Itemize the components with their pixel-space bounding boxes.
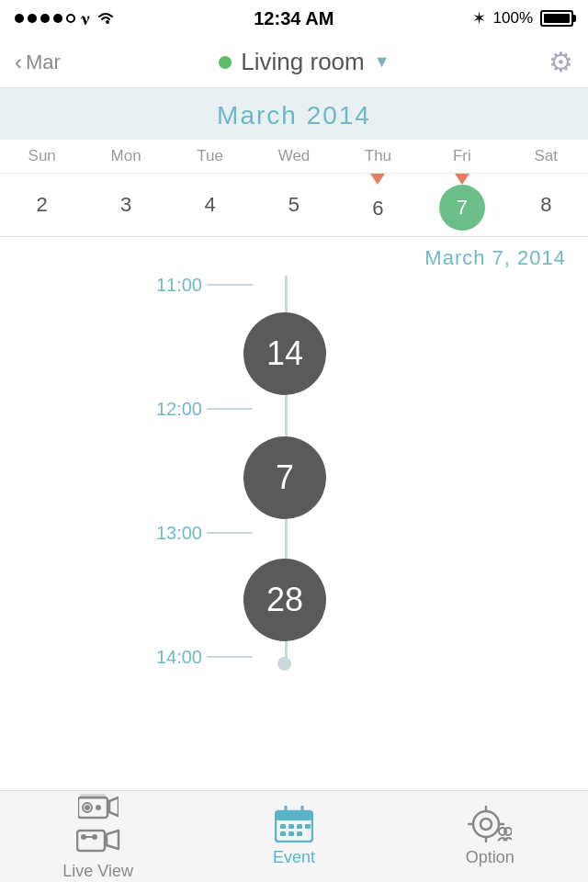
svg-rect-12 [276,811,312,820]
battery-area: ✶ 100% [472,8,573,28]
svg-marker-3 [109,797,119,816]
room-name: Living room [241,48,364,76]
svg-point-23 [481,819,492,830]
time-label-13: 13:00 [18,523,202,544]
tab-live-view-label: Live View [62,862,133,881]
timeline-end-dot [277,657,291,671]
day-3[interactable]: 3 [84,174,167,236]
svg-rect-16 [288,824,294,829]
dot-4 [53,14,62,23]
time-label-11: 11:00 [18,275,202,296]
battery-fill [544,14,570,23]
time-label-12: 12:00 [18,399,202,420]
event-circle-14[interactable]: 14 [243,312,326,395]
tab-bar: Live View Event [0,790,588,882]
wifi-icon-svg [96,11,116,26]
option-icon [468,806,512,842]
signal-dots [15,14,75,23]
time-tick-11 [207,284,253,286]
day-header-sat: Sat [504,140,588,173]
signal-area: 𝛎 [15,8,116,29]
calendar-header: March 2014 [0,88,588,140]
time-label-14: 14:00 [18,647,202,668]
svg-point-22 [473,811,499,837]
day-6[interactable]: 6 [336,174,420,236]
svg-rect-19 [280,831,286,836]
svg-rect-15 [280,824,286,829]
svg-marker-10 [107,831,119,849]
tab-event-label: Event [273,848,315,867]
status-bar: 𝛎 12:34 AM ✶ 100% [0,0,588,37]
svg-rect-17 [297,824,302,829]
time-tick-14 [207,656,253,658]
camera-icon [78,792,119,821]
day-4[interactable]: 4 [168,174,252,236]
tab-option[interactable]: Option [392,797,588,876]
day-7[interactable]: 7 [420,174,503,236]
tab-event[interactable]: Event [196,797,391,876]
day-header-mon: Mon [84,140,167,173]
dot-2 [28,14,37,23]
day-8[interactable]: 8 [504,174,588,236]
tab-option-label: Option [466,848,514,867]
back-button[interactable]: ‹ Mar [15,50,61,75]
nav-center: Living room ▼ [219,48,390,76]
dot-1 [15,14,24,23]
settings-icon[interactable]: ⚙ [548,46,573,78]
timeline-section: March 7, 2014 11:00 14 12:00 7 13:00 [0,237,588,733]
day-headers-row: Sun Mon Tue Wed Thu Fri Sat [0,140,588,174]
svg-point-1 [85,805,90,810]
event-count-28: 28 [266,581,303,619]
dropdown-icon[interactable]: ▼ [374,52,390,72]
back-arrow-icon: ‹ [15,50,22,75]
day-header-tue: Tue [168,140,252,173]
svg-rect-21 [297,831,302,836]
day-header-sun: Sun [0,140,84,173]
event-count-7: 7 [276,458,294,497]
svg-rect-20 [288,831,294,836]
time-tick-13 [207,532,253,534]
dot-5 [66,14,75,23]
day-header-thu: Thu [336,140,420,173]
timeline-date-label: March 7, 2014 [0,237,588,276]
month-year-label: March 2014 [0,101,588,130]
day-header-fri: Fri [420,140,503,173]
event-circle-28[interactable]: 28 [243,559,326,641]
svg-rect-6 [77,831,105,851]
tab-live-view[interactable]: Live View [0,783,196,882]
battery-percent: 100% [493,9,533,28]
status-indicator [219,56,232,69]
svg-rect-5 [80,794,106,799]
dot-3 [40,14,50,23]
day-2[interactable]: 2 [0,174,84,236]
calendar-icon [275,806,313,842]
nav-bar: ‹ Mar Living room ▼ ⚙ [0,37,588,88]
day-header-wed: Wed [252,140,335,173]
day-5[interactable]: 5 [252,174,335,236]
bluetooth-icon: ✶ [472,8,486,28]
event-count-14: 14 [266,334,303,373]
event-circle-7[interactable]: 7 [243,436,326,519]
timeline-body: 11:00 14 12:00 7 13:00 28 14:00 [0,276,588,707]
battery-bar [540,10,573,27]
camera-icon-live [76,823,120,856]
svg-rect-18 [305,824,311,829]
back-label: Mar [26,51,61,74]
status-time: 12:34 AM [254,8,334,29]
svg-point-2 [96,805,101,810]
time-tick-12 [207,408,253,410]
day-numbers-row: 2 3 4 5 6 7 8 [0,174,588,237]
wifi-icon: 𝛎 [81,8,90,29]
